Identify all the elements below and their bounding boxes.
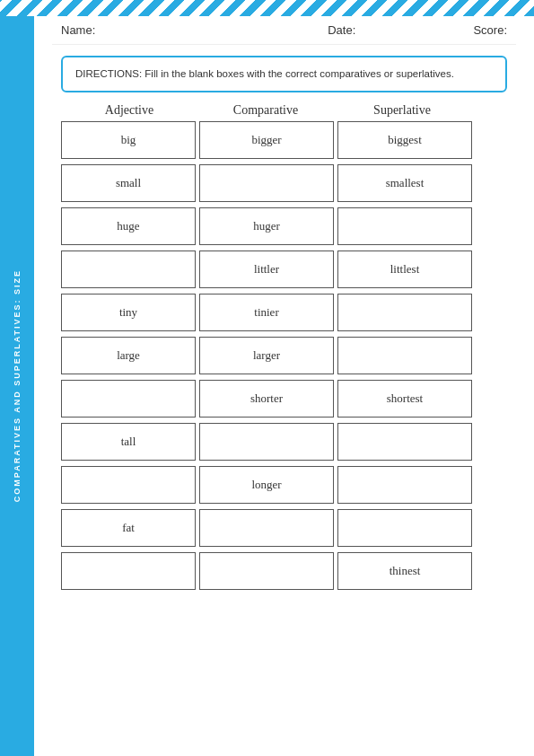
cell-row4-col0: tiny: [61, 294, 196, 331]
date-label: Date:: [249, 23, 436, 37]
left-sidebar: COMPARATIVES AND SUPERLATIVES: SIZE: [0, 16, 34, 756]
col-header-adjective: Adjective: [61, 103, 197, 118]
table-row: smallsmallest: [61, 164, 507, 202]
cell-row9-col0: fat: [61, 509, 196, 547]
cell-row1-col0: small: [61, 164, 196, 202]
column-headers: Adjective Comparative Superlative: [61, 103, 507, 118]
table-row: hugehuger: [61, 207, 507, 245]
cell-row7-col0: tall: [61, 423, 196, 461]
cell-row7-col2[interactable]: [337, 423, 472, 461]
directions-text: DIRECTIONS: Fill in the blank boxes with…: [75, 68, 454, 79]
table-row: tinytinier: [61, 294, 507, 331]
cell-row4-col1: tinier: [199, 294, 334, 331]
table-row: longer: [61, 466, 507, 504]
cell-row6-col2: shortest: [337, 380, 472, 418]
cell-row0-col1: bigger: [199, 121, 334, 159]
cell-row9-col1[interactable]: [199, 509, 334, 547]
table-row: thinest: [61, 552, 507, 590]
cell-row5-col0: large: [61, 337, 196, 374]
cell-row3-col0[interactable]: [61, 251, 196, 288]
table-row: bigbiggerbiggest: [61, 121, 507, 159]
main-content: Name: Date: Score: DIRECTIONS: Fill in t…: [34, 16, 534, 756]
table-row: tall: [61, 423, 507, 461]
stripe-header: [0, 0, 534, 16]
table-row: littlerlittlest: [61, 251, 507, 288]
col-header-superlative: Superlative: [334, 103, 470, 118]
cell-row6-col0[interactable]: [61, 380, 196, 418]
cell-row8-col0[interactable]: [61, 466, 196, 504]
cell-row10-col0[interactable]: [61, 552, 196, 590]
cell-row3-col2: littlest: [337, 251, 472, 288]
cell-row10-col2: thinest: [337, 552, 472, 590]
sidebar-label: COMPARATIVES AND SUPERLATIVES: SIZE: [13, 269, 22, 502]
cell-row2-col0: huge: [61, 207, 196, 245]
cell-row1-col2: smallest: [337, 164, 472, 202]
cell-row8-col1: longer: [199, 466, 334, 504]
cell-row7-col1[interactable]: [199, 423, 334, 461]
cell-row5-col2[interactable]: [337, 337, 472, 374]
cell-row0-col0: big: [61, 121, 196, 159]
cell-row2-col2[interactable]: [337, 207, 472, 245]
name-label: Name:: [61, 23, 249, 37]
directions-box: DIRECTIONS: Fill in the blank boxes with…: [61, 56, 507, 92]
cell-row9-col2[interactable]: [337, 509, 472, 547]
cell-row5-col1: larger: [199, 337, 334, 374]
cell-row0-col2: biggest: [337, 121, 472, 159]
cell-row1-col1[interactable]: [199, 164, 334, 202]
cell-row4-col2[interactable]: [337, 294, 472, 331]
cell-row6-col1: shorter: [199, 380, 334, 418]
cell-row10-col1[interactable]: [199, 552, 334, 590]
header-row: Name: Date: Score:: [52, 16, 516, 45]
score-label: Score:: [435, 23, 507, 37]
col-header-comparative: Comparative: [197, 103, 334, 118]
table-row: shortershortest: [61, 380, 507, 418]
cell-row8-col2[interactable]: [337, 466, 472, 504]
table-area: bigbiggerbiggestsmallsmallesthugehugerli…: [61, 121, 507, 590]
table-row: fat: [61, 509, 507, 547]
cell-row2-col1: huger: [199, 207, 334, 245]
cell-row3-col1: littler: [199, 251, 334, 288]
table-row: largelarger: [61, 337, 507, 374]
